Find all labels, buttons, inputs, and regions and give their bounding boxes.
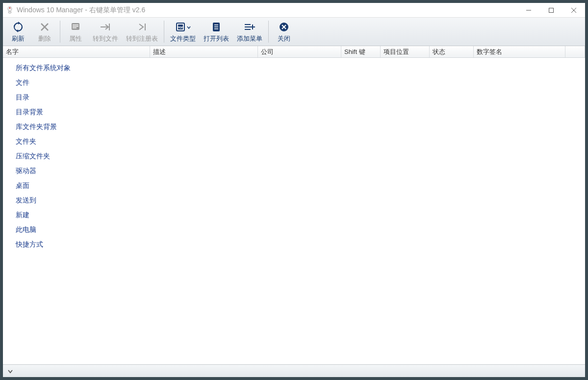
tree-item[interactable]: 文件夹 (3, 134, 585, 149)
tree-item[interactable]: 快捷方式 (3, 237, 585, 252)
tree-item-label: 驱动器 (16, 167, 36, 176)
tree-item[interactable]: 所有文件系统对象 (3, 61, 585, 76)
tree-item-label: 发送到 (16, 196, 36, 205)
svg-rect-25 (245, 29, 251, 30)
open-list-label: 打开列表 (204, 34, 229, 43)
add-menu-button[interactable]: 添加菜单 (233, 19, 266, 45)
delete-icon (39, 21, 50, 33)
toolbar-separator (60, 21, 60, 43)
tree-item-label: 库文件夹背景 (16, 123, 57, 131)
properties-icon (70, 21, 81, 33)
column-description[interactable]: 描述 (150, 46, 258, 57)
column-shift[interactable]: Shift 键 (341, 46, 381, 57)
statusbar (3, 364, 585, 377)
tree-item[interactable]: 文件 (3, 76, 585, 90)
column-company[interactable]: 公司 (258, 46, 341, 57)
titlebar: Windows 10 Manager - 右键菜单管理 v2.6 (3, 3, 585, 18)
tree-item-label: 此电脑 (16, 226, 36, 234)
svg-rect-21 (214, 26, 218, 27)
window-title: Windows 10 Manager - 右键菜单管理 v2.6 (17, 6, 517, 15)
open-list-button[interactable]: 打开列表 (200, 19, 233, 45)
column-position[interactable]: 项目位置 (381, 46, 430, 57)
add-menu-label: 添加菜单 (237, 34, 262, 43)
maximize-button[interactable] (540, 3, 562, 17)
svg-point-0 (8, 6, 12, 11)
svg-rect-2 (8, 11, 11, 13)
add-menu-icon (244, 21, 256, 33)
file-type-button[interactable]: PDF 文件类型 (166, 19, 200, 45)
column-name[interactable]: 名字 (3, 46, 150, 57)
goto-registry-button[interactable]: 转到注册表 (122, 19, 162, 45)
tree-item[interactable]: 库文件夹背景 (3, 120, 585, 134)
app-icon (6, 6, 14, 14)
tree-content: 所有文件系统对象 文件 目录 目录背景 库文件夹背景 文件夹 压缩文件夹 驱动器… (3, 58, 585, 364)
statusbar-chevron-button[interactable] (7, 368, 14, 375)
delete-label: 删除 (38, 34, 51, 43)
close-label: 关闭 (278, 34, 290, 43)
svg-rect-27 (250, 26, 255, 27)
file-type-icon: PDF (175, 21, 191, 33)
svg-rect-12 (73, 27, 77, 28)
tree-item[interactable]: 新建 (3, 208, 585, 223)
chevron-down-icon (7, 368, 14, 375)
svg-rect-20 (214, 25, 218, 25)
goto-file-label: 转到文件 (93, 34, 118, 43)
svg-rect-24 (245, 26, 251, 27)
tree-item[interactable]: 驱动器 (3, 164, 585, 178)
tree-item-label: 压缩文件夹 (16, 152, 50, 161)
column-signature[interactable]: 数字签名 (474, 46, 565, 57)
svg-rect-11 (73, 26, 78, 27)
tree-item-label: 文件 (16, 78, 29, 87)
svg-rect-23 (245, 24, 251, 25)
toolbar-separator (268, 21, 269, 43)
properties-button[interactable]: 属性 (62, 19, 89, 45)
goto-file-button[interactable]: 转到文件 (89, 19, 122, 45)
column-blank (565, 46, 585, 57)
goto-registry-icon (136, 21, 148, 33)
refresh-icon (12, 21, 24, 33)
delete-button[interactable]: 删除 (31, 19, 58, 45)
tree-item-label: 目录背景 (16, 108, 43, 117)
tree-item-label: 桌面 (16, 181, 29, 190)
table-header: 名字 描述 公司 Shift 键 项目位置 状态 数字签名 (3, 46, 585, 58)
tree-item-label: 新建 (16, 211, 29, 220)
toolbar-separator (164, 21, 164, 43)
dropdown-caret-icon (187, 22, 191, 32)
close-button[interactable]: 关闭 (271, 19, 297, 45)
tree-item-label: 所有文件系统对象 (16, 64, 71, 73)
svg-point-1 (9, 7, 10, 8)
properties-label: 属性 (69, 34, 82, 43)
minimize-button[interactable] (517, 3, 540, 17)
tree-item[interactable]: 发送到 (3, 193, 585, 208)
tree-item-label: 目录 (16, 93, 29, 102)
refresh-label: 刷新 (12, 34, 25, 43)
tree-item-label: 快捷方式 (16, 240, 43, 249)
goto-file-icon (100, 21, 111, 33)
tree-item[interactable]: 目录背景 (3, 105, 585, 120)
tree-item-label: 文件夹 (16, 137, 36, 146)
tree-item[interactable]: 目录 (3, 90, 585, 105)
tree-item[interactable]: 此电脑 (3, 223, 585, 237)
svg-rect-22 (214, 28, 218, 29)
refresh-button[interactable]: 刷新 (5, 19, 31, 45)
column-state[interactable]: 状态 (430, 46, 474, 57)
close-icon (279, 21, 289, 33)
tree-item[interactable]: 桌面 (3, 178, 585, 193)
svg-text:PDF: PDF (178, 26, 183, 29)
window-controls (517, 3, 585, 17)
svg-rect-4 (549, 8, 554, 12)
open-list-icon (211, 21, 222, 33)
goto-registry-label: 转到注册表 (126, 34, 158, 43)
tree-item[interactable]: 压缩文件夹 (3, 149, 585, 164)
file-type-label: 文件类型 (170, 34, 196, 43)
close-window-button[interactable] (562, 3, 585, 17)
svg-rect-10 (73, 25, 78, 25)
toolbar: 刷新 删除 属性 转到文件 转到注册表 (3, 18, 585, 46)
